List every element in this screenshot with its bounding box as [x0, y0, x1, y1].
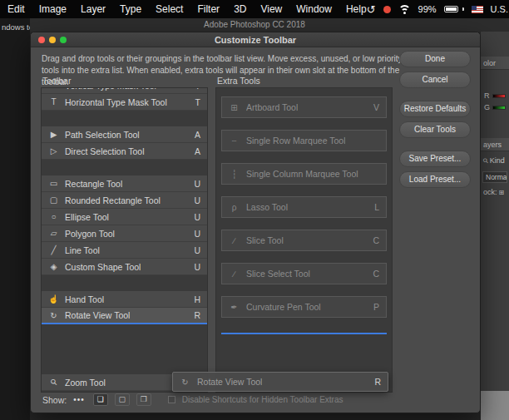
custom-shape-icon: ◈ — [48, 262, 59, 271]
tool-label: Zoom Tool — [65, 378, 106, 388]
tool-shortcut: H — [194, 294, 200, 304]
extra-item-single-column-marquee[interactable]: ┆ Single Column Marquee Tool — [221, 163, 387, 185]
menu-type[interactable]: Type — [120, 3, 141, 15]
color-panel-tab[interactable]: olor — [481, 57, 509, 70]
menu-image[interactable]: Image — [39, 3, 67, 15]
vertical-type-mask-icon: T — [48, 87, 59, 90]
close-button[interactable] — [38, 37, 45, 43]
tool-label: Rounded Rectangle Tool — [65, 195, 161, 205]
toolbar-item-rounded-rectangle[interactable]: ▢ Rounded Rectangle Tool U — [42, 192, 207, 209]
tool-label: Direct Selection Tool — [65, 146, 145, 156]
tool-shortcut: A — [195, 146, 200, 156]
extra-item-lasso[interactable]: ρ Lasso Tool L — [221, 196, 387, 218]
extra-tools-list[interactable]: ⊞ Artboard Tool V ┄ Single Row Marquee T… — [215, 87, 393, 393]
window-controls — [38, 37, 67, 43]
menu-window[interactable]: Window — [296, 3, 332, 15]
extra-item-slice[interactable]: ∕ Slice Tool C — [221, 230, 387, 251]
tool-label: Path Selection Tool — [65, 130, 140, 140]
curvature-pen-icon: ✒ — [229, 303, 240, 312]
menu-filter[interactable]: Filter — [197, 3, 220, 15]
menu-3d[interactable]: 3D — [234, 3, 246, 15]
wifi-icon[interactable] — [398, 5, 411, 14]
toolbar-item-custom-shape[interactable]: ◈ Custom Shape Tool U — [42, 259, 207, 275]
toolbar-item-direct-selection[interactable]: ▷ Direct Selection Tool A — [42, 143, 207, 160]
clear-tools-button[interactable]: Clear Tools — [399, 121, 471, 138]
group-gap — [42, 111, 207, 126]
channel-g-label: G — [484, 103, 490, 111]
us-flag-icon[interactable] — [472, 6, 483, 13]
customize-toolbar-dialog: Customize Toolbar Drag and drop tools or… — [30, 32, 481, 413]
color-channel-g: G — [484, 103, 509, 111]
toolbar-item-polygon[interactable]: ▱ Polygon Tool U — [42, 225, 207, 242]
kind-filter[interactable]: Kind — [490, 156, 505, 165]
extra-item-slice-select[interactable]: ∕ Slice Select Tool C — [221, 263, 387, 284]
tool-label: Polygon Tool — [65, 229, 115, 239]
menu-layer[interactable]: Layer — [81, 3, 106, 15]
load-preset-button[interactable]: Load Preset... — [399, 171, 471, 188]
tool-shortcut: C — [373, 269, 379, 279]
toolbar-item-horizontal-type-mask[interactable]: T Horizontal Type Mask Tool T — [42, 94, 207, 111]
toolbar-item-ellipse[interactable]: ○ Ellipse Tool U — [42, 209, 207, 225]
extra-item-single-row-marquee[interactable]: ┄ Single Row Marquee Tool — [221, 130, 387, 151]
drop-indicator — [221, 333, 387, 334]
layers-panel-tab[interactable]: ayers — [481, 138, 509, 151]
menu-select[interactable]: Select — [156, 3, 183, 15]
toolbar-item-line[interactable]: ╱ Line Tool U — [42, 242, 207, 259]
tool-label: Horizontal Type Mask Tool — [65, 97, 167, 107]
toolbar-list[interactable]: T Vertical Type Mask Tool T T Horizontal… — [41, 87, 208, 393]
menu-view[interactable]: View — [260, 3, 282, 15]
show-toggle-export-icon[interactable]: ❏ — [93, 393, 108, 406]
zoom-icon: ⚲ — [47, 375, 61, 389]
toolbar-item-rectangle[interactable]: ▭ Rectangle Tool U — [42, 175, 207, 192]
restore-defaults-button[interactable]: Restore Defaults — [399, 101, 471, 117]
tool-label: Slice Select Tool — [246, 269, 310, 279]
color-channel-r: R — [484, 91, 509, 100]
tool-shortcut: R — [194, 310, 200, 320]
tool-shortcut: C — [373, 235, 379, 245]
extra-item-curvature-pen[interactable]: ✒ Curvature Pen Tool P — [221, 296, 387, 318]
dialog-buttons: Done Cancel Restore Defaults Clear Tools… — [399, 51, 471, 188]
tool-label: Slice Tool — [246, 235, 284, 245]
tool-shortcut: U — [194, 262, 200, 272]
toolbar-item-path-selection[interactable]: ▶ Path Selection Tool A — [42, 126, 207, 143]
show-toggle-frame-icon[interactable]: ▢ — [115, 393, 130, 406]
cancel-button[interactable]: Cancel — [399, 72, 471, 88]
input-source-label[interactable]: U.S. — [491, 4, 508, 14]
menu-edit[interactable]: Edit — [7, 3, 25, 15]
tool-label: Vertical Type Mask Tool — [65, 87, 156, 91]
minimize-button[interactable] — [49, 37, 56, 43]
show-toggle-windows-icon[interactable]: ❐ — [136, 393, 151, 406]
done-button[interactable]: Done — [399, 51, 471, 67]
record-indicator-icon[interactable] — [383, 6, 391, 13]
red-slider[interactable] — [492, 94, 506, 98]
menu-items: Edit Image Layer Type Select Filter 3D V… — [0, 3, 367, 15]
toolbar-item-hand[interactable]: ☝ Hand Tool H — [42, 291, 207, 308]
ellipsis-icon[interactable]: ••• — [73, 395, 85, 404]
disable-shortcuts-checkbox[interactable] — [168, 396, 175, 403]
tool-label: Line Tool — [65, 245, 100, 255]
tool-label: Hand Tool — [65, 294, 104, 304]
history-icon[interactable]: ↺ — [367, 3, 376, 16]
lock-transparency-icon[interactable]: ⊞ — [499, 189, 505, 196]
tool-shortcut: U — [194, 212, 200, 222]
rectangle-icon: ▭ — [48, 179, 59, 188]
green-slider[interactable] — [492, 106, 506, 110]
toolbar-item-rotate-view[interactable]: ↻ Rotate View Tool R — [42, 308, 207, 324]
battery-percent: 99% — [418, 4, 437, 14]
dialog-header[interactable]: Customize Toolbar — [31, 32, 480, 47]
zoom-button[interactable] — [60, 37, 67, 43]
tool-label: Curvature Pen Tool — [246, 302, 321, 312]
layers-filter-row: ⚲ Kind — [483, 156, 505, 165]
save-preset-button[interactable]: Save Preset... — [399, 151, 471, 167]
group-gap — [42, 275, 207, 291]
blend-mode-select[interactable]: Normal — [482, 171, 507, 183]
dragged-tool-item[interactable]: ↻ Rotate View Tool R — [172, 372, 388, 392]
rounded-rectangle-icon: ▢ — [48, 195, 59, 205]
tool-label: Rotate View Tool — [197, 377, 262, 387]
menu-help[interactable]: Help — [346, 3, 367, 15]
toolbar-item-vertical-type-mask[interactable]: T Vertical Type Mask Tool T — [42, 87, 207, 94]
toolbar-column-label: Toolbar — [42, 76, 71, 86]
extra-item-artboard[interactable]: ⊞ Artboard Tool V — [221, 96, 387, 118]
tool-shortcut: U — [194, 229, 200, 239]
battery-icon[interactable] — [444, 6, 464, 12]
